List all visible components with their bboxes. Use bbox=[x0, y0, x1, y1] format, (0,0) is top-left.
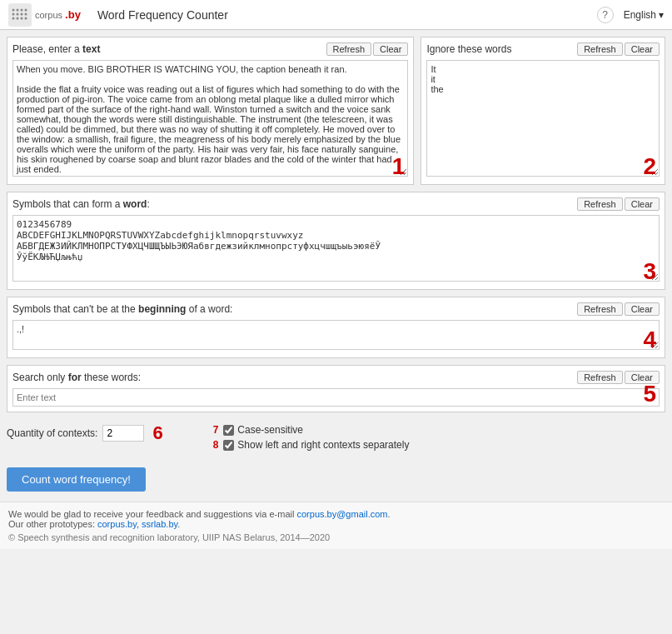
quantity-input[interactable] bbox=[102, 425, 144, 442]
check-num-7: 7 bbox=[213, 424, 219, 436]
count-button[interactable]: Count word frequency! bbox=[7, 467, 146, 492]
svg-point-8 bbox=[25, 12, 27, 15]
help-button[interactable]: ? bbox=[597, 7, 614, 23]
svg-point-9 bbox=[12, 17, 15, 19]
symbols-word-header: Symbols that can form a word: Refresh Cl… bbox=[12, 197, 660, 211]
header: corpus .by Word Frequency Counter ? Engl… bbox=[0, 0, 672, 30]
text-input-textarea[interactable]: When you move. BIG BROTHER IS WATCHING Y… bbox=[12, 60, 408, 177]
language-selector[interactable]: English ▾ bbox=[624, 9, 664, 21]
svg-point-6 bbox=[17, 12, 19, 15]
page-title: Word Frequency Counter bbox=[97, 8, 597, 22]
top-row: Please, enter a text Refresh Clear When … bbox=[7, 37, 665, 185]
symbols-start-clear-button[interactable]: Clear bbox=[625, 302, 660, 316]
logo-corpus: corpus bbox=[35, 10, 65, 20]
ignore-words-textarea[interactable]: It it the bbox=[426, 60, 660, 177]
ignore-words-panel: Ignore these words Refresh Clear It it t… bbox=[421, 37, 665, 185]
ssrlab-link[interactable]: ssrlab.by bbox=[142, 519, 177, 529]
contexts-checkbox[interactable] bbox=[223, 440, 234, 451]
count-button-row: Count word frequency! bbox=[7, 464, 665, 495]
svg-point-11 bbox=[21, 17, 23, 19]
symbols-word-clear-button[interactable]: Clear bbox=[625, 197, 660, 211]
symbols-start-label: Symbols that can't be at the beginning o… bbox=[12, 303, 577, 315]
quantity-label: Quantity of contexts: bbox=[7, 427, 97, 439]
svg-point-10 bbox=[17, 17, 19, 19]
search-words-header: Search only for these words: Refresh Cle… bbox=[12, 371, 660, 384]
text-refresh-button[interactable]: Refresh bbox=[326, 42, 372, 56]
symbols-start-textarea[interactable]: .,! bbox=[12, 320, 660, 350]
svg-rect-0 bbox=[8, 3, 32, 27]
for-bold: for bbox=[68, 372, 82, 383]
svg-point-7 bbox=[21, 12, 23, 15]
main-content: Please, enter a text Refresh Clear When … bbox=[0, 30, 672, 502]
ignore-words-header: Ignore these words Refresh Clear bbox=[426, 42, 660, 56]
case-sensitive-label: Case-sensitive bbox=[237, 424, 303, 436]
corpus-link[interactable]: corpus.by bbox=[97, 519, 137, 529]
case-sensitive-checkbox[interactable] bbox=[223, 425, 234, 436]
text-input-label: Please, enter a text bbox=[12, 43, 326, 55]
search-words-refresh-button[interactable]: Refresh bbox=[577, 371, 623, 384]
feedback-text: We would be glad to receive your feedbac… bbox=[8, 509, 297, 519]
ignore-clear-button[interactable]: Clear bbox=[625, 42, 660, 56]
text-input-header: Please, enter a text Refresh Clear bbox=[12, 42, 408, 56]
symbols-word-textarea[interactable]: 0123456789 ABCDEFGHIJKLMNOPQRSTUVWXYZabc… bbox=[12, 215, 660, 282]
footer-prototypes: Our other prototypes: corpus.by, ssrlab.… bbox=[8, 519, 664, 529]
text-input-buttons: Refresh Clear bbox=[326, 42, 409, 56]
word-bold: word bbox=[123, 198, 147, 210]
svg-point-1 bbox=[12, 8, 15, 11]
svg-point-2 bbox=[17, 8, 19, 11]
section-number-6: 6 bbox=[152, 422, 162, 444]
search-words-buttons: Refresh Clear bbox=[577, 371, 660, 384]
svg-point-5 bbox=[12, 12, 15, 15]
logo-text: corpus .by bbox=[35, 8, 81, 21]
search-words-input[interactable] bbox=[12, 388, 660, 407]
logo-by: .by bbox=[65, 8, 81, 21]
symbols-start-panel: Symbols that can't be at the beginning o… bbox=[7, 297, 665, 358]
logo-icon bbox=[8, 3, 32, 27]
text-label-bold: text bbox=[82, 43, 100, 55]
symbols-word-buttons: Refresh Clear bbox=[577, 197, 660, 211]
symbols-start-header: Symbols that can't be at the beginning o… bbox=[12, 302, 660, 316]
quantity-controls: Quantity of contexts: 6 bbox=[7, 422, 163, 444]
prototypes-text: Our other prototypes: bbox=[8, 519, 97, 529]
symbols-start-refresh-button[interactable]: Refresh bbox=[577, 302, 623, 316]
contexts-row: 8 Show left and right contexts separatel… bbox=[213, 439, 665, 451]
footer: We would be glad to receive your feedbac… bbox=[0, 502, 672, 549]
search-words-clear-button[interactable]: Clear bbox=[625, 371, 660, 384]
symbols-word-refresh-button[interactable]: Refresh bbox=[577, 197, 623, 211]
text-input-panel: Please, enter a text Refresh Clear When … bbox=[7, 37, 414, 185]
text-clear-button[interactable]: Clear bbox=[373, 42, 408, 56]
symbols-start-buttons: Refresh Clear bbox=[577, 302, 660, 316]
logo-area: corpus .by bbox=[8, 3, 81, 27]
ignore-words-label: Ignore these words bbox=[426, 43, 577, 55]
svg-point-4 bbox=[25, 8, 27, 11]
symbols-word-panel: Symbols that can form a word: Refresh Cl… bbox=[7, 192, 665, 290]
ignore-refresh-button[interactable]: Refresh bbox=[577, 42, 623, 56]
beginning-bold: beginning bbox=[138, 303, 186, 315]
case-sensitive-row: 7 Case-sensitive bbox=[213, 424, 665, 436]
svg-point-12 bbox=[25, 17, 27, 19]
controls-row: Quantity of contexts: 6 7 Case-sensitive… bbox=[7, 419, 665, 457]
contexts-label: Show left and right contexts separately bbox=[237, 439, 409, 451]
chevron-down-icon: ▾ bbox=[659, 9, 664, 21]
copyright-text: © Speech synthesis and recognition labor… bbox=[8, 532, 664, 542]
symbols-word-label: Symbols that can form a word: bbox=[12, 198, 577, 210]
search-words-label: Search only for these words: bbox=[12, 372, 577, 383]
checkbox-controls: 7 Case-sensitive 8 Show left and right c… bbox=[180, 422, 665, 454]
lang-label: English bbox=[624, 9, 656, 21]
ignore-buttons: Refresh Clear bbox=[577, 42, 660, 56]
check-num-8: 8 bbox=[213, 439, 219, 451]
email-link[interactable]: corpus.by@gmail.com bbox=[297, 509, 388, 519]
svg-point-3 bbox=[21, 8, 23, 11]
footer-feedback: We would be glad to receive your feedbac… bbox=[8, 509, 664, 519]
search-words-panel: Search only for these words: Refresh Cle… bbox=[7, 365, 665, 412]
